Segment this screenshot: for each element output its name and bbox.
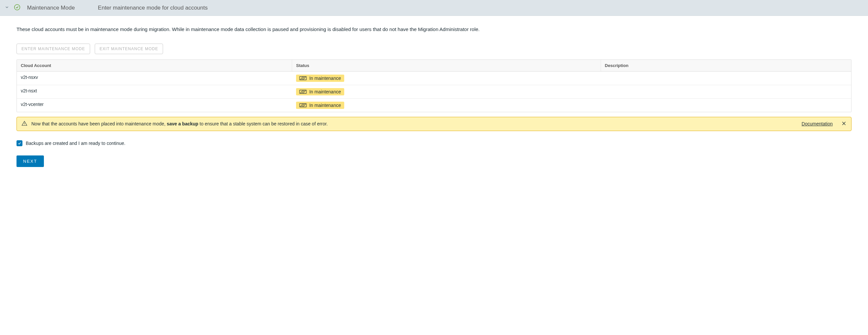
accounts-table: Cloud Account Status Description v2t-nsx… [17, 59, 851, 112]
maintenance-icon [299, 89, 307, 94]
close-icon[interactable] [841, 121, 846, 127]
svg-line-7 [302, 90, 304, 93]
cell-account: v2t-nsxt [17, 85, 292, 98]
alert-message: Now that the accounts have been placed i… [31, 121, 798, 126]
alert-text-bold: save a backup [167, 121, 198, 126]
ready-checkbox-label: Backups are created and I am ready to co… [26, 141, 125, 146]
warning-icon [22, 120, 27, 127]
table-row[interactable]: v2t-nsxtIn maintenance [17, 85, 851, 99]
cell-description [601, 99, 851, 112]
svg-line-2 [300, 77, 303, 80]
cell-account: v2t-nsxv [17, 72, 292, 85]
status-label: In maintenance [309, 89, 341, 94]
exit-maintenance-button[interactable]: EXIT MAINTENANCE MODE [95, 43, 163, 54]
maintenance-button-row: ENTER MAINTENANCE MODE EXIT MAINTENANCE … [17, 43, 851, 54]
cell-status: In maintenance [292, 85, 601, 98]
status-complete-icon [14, 4, 21, 11]
step-header: Maintenance Mode Enter maintenance mode … [0, 0, 868, 16]
table-row[interactable]: v2t-vcenterIn maintenance [17, 99, 851, 112]
content-area: These cloud accounts must be in maintena… [0, 16, 868, 176]
svg-point-0 [14, 5, 20, 10]
status-badge: In maintenance [296, 88, 344, 95]
intro-text: These cloud accounts must be in maintena… [17, 25, 851, 34]
cell-status: In maintenance [292, 72, 601, 85]
svg-line-6 [300, 90, 303, 93]
alert-text-prefix: Now that the accounts have been placed i… [31, 121, 167, 126]
page-title: Maintenance Mode [27, 5, 75, 11]
documentation-link[interactable]: Documentation [802, 121, 833, 126]
enter-maintenance-button[interactable]: ENTER MAINTENANCE MODE [17, 43, 90, 54]
table-row[interactable]: v2t-nsxvIn maintenance [17, 72, 851, 85]
col-header-status: Status [292, 60, 601, 71]
svg-line-8 [303, 90, 306, 93]
status-label: In maintenance [309, 103, 341, 108]
status-badge: In maintenance [296, 74, 344, 82]
chevron-down-icon[interactable] [5, 5, 9, 10]
page-subtitle: Enter maintenance mode for cloud account… [98, 5, 208, 11]
cell-status: In maintenance [292, 99, 601, 112]
ready-checkbox-row: Backups are created and I am ready to co… [17, 140, 851, 146]
col-header-account: Cloud Account [17, 60, 292, 71]
status-badge: In maintenance [296, 102, 344, 109]
ready-checkbox[interactable] [17, 140, 23, 146]
cell-description [601, 85, 851, 98]
backup-alert: Now that the accounts have been placed i… [17, 117, 851, 131]
maintenance-icon [299, 103, 307, 108]
maintenance-icon [299, 76, 307, 81]
svg-line-10 [300, 104, 303, 106]
cell-account: v2t-vcenter [17, 99, 292, 112]
cell-description [601, 72, 851, 85]
svg-line-12 [303, 104, 306, 106]
col-header-description: Description [601, 60, 851, 71]
svg-line-4 [303, 77, 306, 80]
table-header: Cloud Account Status Description [17, 60, 851, 72]
svg-line-11 [302, 104, 304, 106]
alert-text-suffix: to ensure that a stable system can be re… [198, 121, 328, 126]
next-button[interactable]: NEXT [17, 155, 44, 167]
status-label: In maintenance [309, 75, 341, 81]
svg-line-3 [302, 77, 304, 80]
